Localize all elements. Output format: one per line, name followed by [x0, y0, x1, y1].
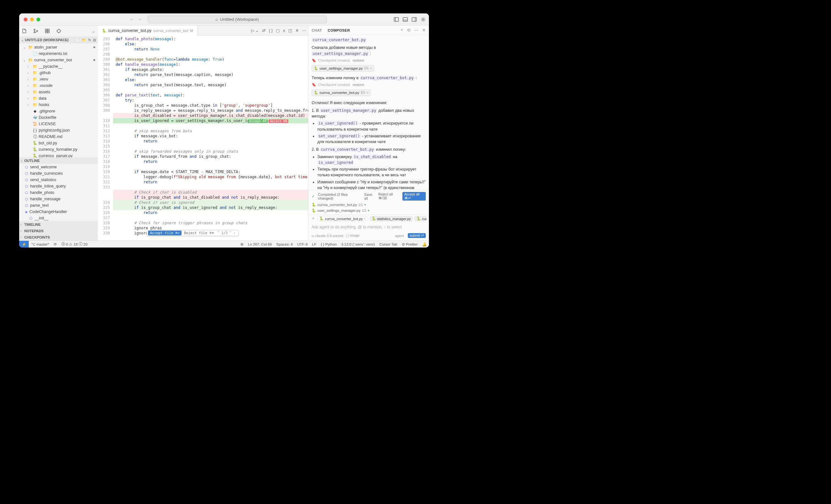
- remote-button[interactable]: ⚡: [19, 241, 29, 248]
- accept-all-button[interactable]: Accept all ⌘⏎: [402, 192, 426, 201]
- preview-icon[interactable]: ▢: [276, 28, 280, 33]
- inline-accept-button[interactable]: Accept ⌘Y: [248, 119, 268, 123]
- more-icon[interactable]: ⋯: [302, 28, 306, 33]
- checkpoints-section[interactable]: ›CHECKPOINTS: [19, 234, 98, 240]
- composer-input[interactable]: Ask agent to do anything, @ to mention, …: [309, 222, 429, 232]
- minimize-window-button[interactable]: [30, 18, 34, 21]
- image-button[interactable]: ▢ image: [346, 234, 360, 238]
- model-selector[interactable]: ∞ claude-3.5-sonnet: [312, 234, 343, 238]
- eol[interactable]: LF: [310, 242, 318, 246]
- panel-bottom-icon[interactable]: [403, 17, 408, 22]
- bell-icon[interactable]: 🔔: [420, 242, 429, 246]
- close-chip-icon[interactable]: ×: [370, 66, 372, 71]
- tree-item[interactable]: ›📁.venv: [19, 76, 98, 82]
- reject-all-button[interactable]: Reject all ⌘⌫: [378, 192, 399, 200]
- outline-item[interactable]: ⬡__init__: [19, 215, 98, 221]
- tree-item[interactable]: ›📁.github: [19, 70, 98, 76]
- run-icon[interactable]: ▷ ⌄: [251, 28, 259, 33]
- changed-file-chip[interactable]: currva_converter_bot.py 1/1 ×: [312, 89, 371, 96]
- sync-button[interactable]: ⟳: [52, 242, 59, 246]
- tree-item[interactable]: { }pyrightconfig.json: [19, 127, 98, 134]
- tree-item[interactable]: ›📁assets: [19, 89, 98, 95]
- tree-item[interactable]: 🐍currency_parser.py: [19, 153, 98, 157]
- outline-item[interactable]: ⬡handle_currencies: [19, 170, 98, 177]
- close-window-button[interactable]: [24, 18, 28, 21]
- extensions-icon[interactable]: [45, 28, 50, 33]
- braces-icon[interactable]: { }: [269, 28, 273, 33]
- files-icon[interactable]: [22, 28, 27, 33]
- source-control-icon[interactable]: [33, 28, 38, 33]
- language-mode[interactable]: { } Python: [319, 242, 339, 246]
- timeline-section[interactable]: ›TIMELINE: [19, 221, 98, 228]
- restore-button[interactable]: restore: [352, 58, 364, 63]
- collapse-icon[interactable]: ⊟: [93, 38, 96, 42]
- inline-reject-button[interactable]: Reject ⌘N: [268, 119, 288, 123]
- split-icon[interactable]: ◫: [288, 28, 292, 33]
- accept-file-button[interactable]: Accept file ⌘⏎: [148, 231, 181, 235]
- notepads-section[interactable]: ›NOTEPADS: [19, 228, 98, 234]
- add-context-button[interactable]: +: [311, 216, 315, 221]
- tree-item[interactable]: 📄requirements.txt: [19, 51, 98, 57]
- close-diff-icon[interactable]: ✕: [295, 28, 299, 33]
- composer-tab[interactable]: COMPOSER: [327, 28, 350, 32]
- agent-mode[interactable]: agent: [395, 234, 404, 238]
- tree-item[interactable]: 📜LICENSE: [19, 121, 98, 127]
- outline-item[interactable]: ◈CodeChangeHandler: [19, 209, 98, 215]
- context-chip[interactable]: currva_converter_bot.py×: [317, 216, 368, 221]
- diff-next-icon[interactable]: ›: [233, 231, 235, 235]
- context-chip[interactable]: statistics_manager.py: [370, 216, 413, 221]
- outline-item[interactable]: ⬡send_welcome: [19, 164, 98, 170]
- tree-item[interactable]: 🐍bot_old.py: [19, 140, 98, 146]
- tree-item[interactable]: 🐍currency_formatter.py: [19, 146, 98, 153]
- add-icon[interactable]: +: [401, 28, 403, 33]
- zoom-indicator[interactable]: ⊕: [238, 242, 246, 246]
- outline-item[interactable]: ⬡handle_inline_query: [19, 183, 98, 189]
- debug-icon[interactable]: [56, 28, 61, 33]
- cursor-tab-indicator[interactable]: Cursor Tab: [377, 242, 400, 246]
- diff-down-icon[interactable]: ˅: [229, 231, 231, 235]
- refresh-icon[interactable]: ↻: [88, 38, 91, 42]
- changed-file-row[interactable]: currva_converter_bot.py1/1•: [312, 202, 426, 208]
- back-button[interactable]: ←: [130, 17, 134, 22]
- python-interpreter[interactable]: 3.13.0 ('.venv': venv): [339, 242, 377, 246]
- maximize-window-button[interactable]: [36, 18, 40, 21]
- compare-icon[interactable]: ⇄: [262, 28, 266, 33]
- tree-item[interactable]: ›📁hooks: [19, 101, 98, 108]
- new-folder-icon[interactable]: 📁: [82, 38, 86, 42]
- cursor-position[interactable]: Ln 267, Col 66: [246, 242, 274, 246]
- outline-item[interactable]: ⬡send_statistics: [19, 177, 98, 183]
- close-icon[interactable]: ✕: [422, 28, 426, 33]
- tree-item[interactable]: ⌄📁currva_converter_bot: [19, 57, 98, 63]
- diff-up-icon[interactable]: ˄: [217, 231, 219, 235]
- panel-left-icon[interactable]: [394, 17, 399, 22]
- tree-item[interactable]: ›📁data: [19, 95, 98, 101]
- new-file-icon[interactable]: 📄: [76, 38, 80, 42]
- problems[interactable]: ⓧ 0 ⚠ 18 ⓘ 20: [59, 242, 90, 246]
- outline-item[interactable]: ⬡handle_photo: [19, 189, 98, 196]
- editor-tab[interactable]: currva_converter_bot.py currva_converter…: [98, 26, 197, 36]
- history-icon[interactable]: ⟲: [407, 28, 410, 33]
- save-all-button[interactable]: Save all: [364, 192, 375, 200]
- tree-item[interactable]: ⓘREADME.md: [19, 134, 98, 140]
- restore-button[interactable]: restore: [352, 82, 364, 88]
- tree-item[interactable]: ›📁.vscode: [19, 82, 98, 89]
- indentation[interactable]: Spaces: 4: [274, 242, 295, 246]
- git-branch[interactable]: ⌥ master*: [29, 242, 52, 246]
- context-chip[interactable]: currency_forma: [414, 216, 426, 221]
- tree-item[interactable]: ›📁__pycache__: [19, 63, 98, 70]
- encoding[interactable]: UTF-8: [295, 242, 310, 246]
- outline-item[interactable]: ⬡handle_message: [19, 196, 98, 202]
- diff-icon[interactable]: ±: [283, 28, 285, 33]
- chat-tab[interactable]: CHAT: [312, 28, 322, 32]
- submit-button[interactable]: submit ⏎: [408, 233, 426, 238]
- forward-button[interactable]: →: [138, 17, 142, 22]
- changed-file-chip[interactable]: user_settings_manager.py 1/1 ×: [312, 65, 374, 72]
- reject-file-button[interactable]: Reject file ⌘⌫: [183, 231, 215, 235]
- panel-right-icon[interactable]: [412, 17, 417, 22]
- changed-file-row[interactable]: user_settings_manager.py1/1•: [312, 208, 426, 213]
- code-content[interactable]: def handle_photo(message): else: return …: [113, 36, 308, 240]
- tree-item[interactable]: 🐳Dockerfile: [19, 114, 98, 121]
- tree-item[interactable]: ◆.gitignore: [19, 108, 98, 114]
- close-chip-icon[interactable]: ×: [367, 90, 369, 95]
- gear-icon[interactable]: [421, 17, 426, 22]
